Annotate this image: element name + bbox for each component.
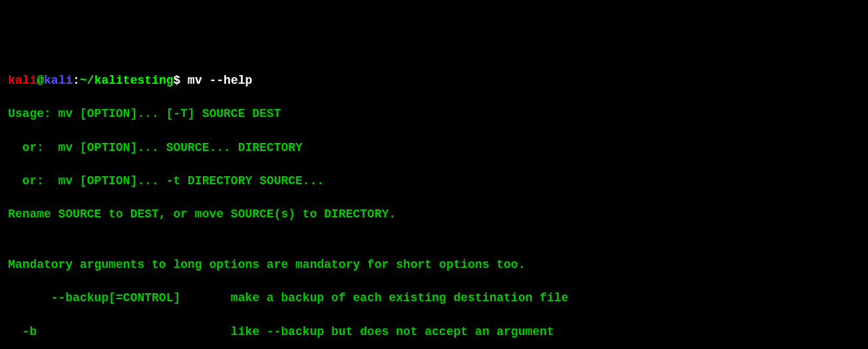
output-line: or: mv [OPTION]... -t DIRECTORY SOURCE..… bbox=[8, 173, 860, 189]
output-line: Rename SOURCE to DEST, or move SOURCE(s)… bbox=[8, 206, 860, 223]
prompt-command: mv --help bbox=[180, 74, 252, 87]
prompt-colon: : bbox=[72, 74, 80, 87]
output-line: --backup[=CONTROL] make a backup of each… bbox=[8, 290, 860, 306]
prompt-user: kali bbox=[8, 74, 37, 87]
output-line: Usage: mv [OPTION]... [-T] SOURCE DEST bbox=[8, 106, 860, 122]
output-line: -b like --backup but does not accept an … bbox=[8, 324, 860, 340]
prompt-at: @ bbox=[37, 74, 44, 87]
terminal-prompt-line[interactable]: kali@kali:~/kalitesting$ mv --help bbox=[8, 72, 860, 89]
output-line: Mandatory arguments to long options are … bbox=[8, 257, 860, 273]
output-line: or: mv [OPTION]... SOURCE... DIRECTORY bbox=[8, 140, 860, 156]
prompt-host: kali bbox=[44, 74, 72, 87]
prompt-path: ~/kalitesting bbox=[80, 74, 173, 87]
prompt-dollar: $ bbox=[174, 74, 181, 87]
